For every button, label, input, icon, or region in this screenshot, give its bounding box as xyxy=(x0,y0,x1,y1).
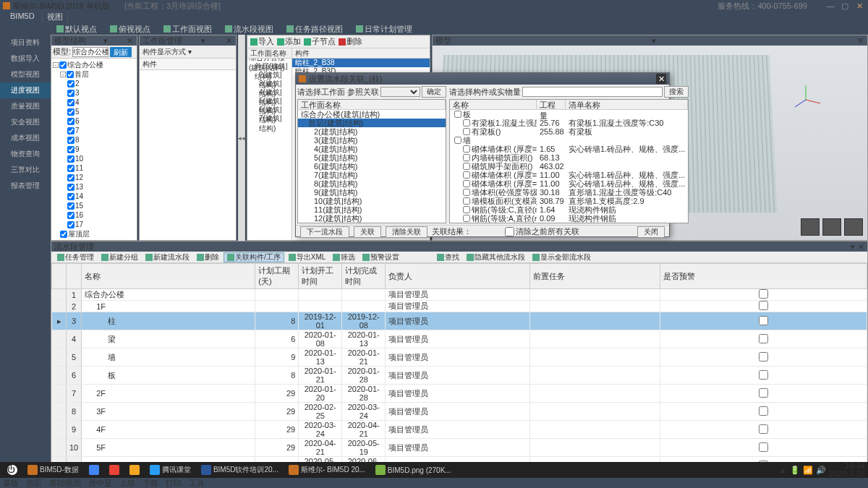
flowseg-tb-4[interactable]: 关联构件/工序 xyxy=(224,252,284,262)
warning-checkbox[interactable] xyxy=(759,388,768,398)
grid-col-1[interactable] xyxy=(67,264,82,289)
minimize-button[interactable]: — xyxy=(825,1,836,11)
warning-checkbox[interactable] xyxy=(759,316,768,325)
splitter-arrow[interactable]: ◂◂ xyxy=(238,35,245,241)
panel-close-icon[interactable]: ✕ xyxy=(856,36,864,46)
warning-checkbox[interactable] xyxy=(759,301,768,310)
flowseg-tb-5[interactable]: 导出XML xyxy=(286,252,329,262)
topnav-tab-3[interactable]: 流水段视图 xyxy=(219,23,279,35)
warning-checkbox[interactable] xyxy=(759,424,768,434)
flowseg-tb-9[interactable]: 查找 xyxy=(434,252,462,262)
flowseg-tb-3[interactable]: 删除 xyxy=(194,252,222,262)
topnav-tab-2[interactable]: 工作面视图 xyxy=(158,23,218,35)
taskbar-item[interactable]: BIM5D-数据 xyxy=(23,463,83,476)
close-dialog-button[interactable]: 关闭 xyxy=(637,226,665,238)
tree-node[interactable]: 6 xyxy=(53,116,135,126)
clear-all-checkbox[interactable]: 清除之前所有关联 xyxy=(505,226,579,237)
sidebar-item-1[interactable]: 数据导入 xyxy=(0,51,51,67)
tree-node[interactable]: 3 xyxy=(53,88,135,98)
panel-pin-icon[interactable]: ▾ xyxy=(199,36,208,46)
sidebar-item-9[interactable]: 报表管理 xyxy=(0,178,51,194)
flowseg-tb-0[interactable]: 任务管理 xyxy=(54,252,97,262)
taskbar-item[interactable]: BIM5D.png (270K... xyxy=(371,463,456,476)
taskbar-item[interactable] xyxy=(105,463,124,476)
tree-node[interactable]: 屋顶层 xyxy=(53,229,135,239)
refresh-button[interactable]: 刷新 xyxy=(110,47,132,57)
status-item[interactable]: 基板 xyxy=(3,478,19,489)
panel-pin-icon[interactable]: ▾ xyxy=(101,36,110,46)
sidebar-item-5[interactable]: 安全视图 xyxy=(0,114,51,130)
status-item[interactable]: 下移 xyxy=(142,478,158,489)
panel-close-icon[interactable]: ✕ xyxy=(125,36,134,46)
relate-button[interactable]: 关联 xyxy=(354,226,381,238)
workface-item[interactable]: 7(建筑|结构) xyxy=(247,119,292,128)
dialog-qty-item[interactable]: 钢筋(等级:A,直径(mm):...0.09现浇构件钢筋 xyxy=(450,214,688,223)
model-select[interactable] xyxy=(72,47,109,57)
status-item[interactable]: 居中显 xyxy=(88,478,112,489)
power-button[interactable]: ⏻ xyxy=(3,463,22,476)
clear-relation-button[interactable]: 清除关联 xyxy=(386,226,427,238)
grid-col-0[interactable] xyxy=(52,264,67,289)
dialog-quantity-list[interactable]: 名称 工程量 清单名称 板有梁板1.混凝土强度等...25.76有梁板1.混凝土… xyxy=(449,99,689,223)
tree-node[interactable]: 5 xyxy=(53,107,135,116)
taskbar-item[interactable] xyxy=(85,463,103,476)
next-flowseg-button[interactable]: 下一流水段 xyxy=(300,226,349,238)
panel-pin-icon[interactable]: ▾ xyxy=(650,36,658,46)
taskbar-item[interactable]: 腾讯课堂 xyxy=(145,463,195,476)
tree-node[interactable]: 7 xyxy=(53,126,135,135)
display-mode-dropdown[interactable]: 构件显示方式 ▾ xyxy=(140,46,236,59)
flowseg-tb-1[interactable]: 新建分组 xyxy=(98,252,141,262)
system-tray[interactable]: ▲🔋📶🔊 16:34 2020-3-25 xyxy=(779,462,865,478)
tree-node[interactable]: 17 xyxy=(53,220,135,229)
tree-node[interactable]: 11 xyxy=(53,163,135,173)
maximize-button[interactable]: ▢ xyxy=(839,1,851,11)
sidebar-item-6[interactable]: 成本视图 xyxy=(0,130,51,146)
tree-node[interactable]: -首层 xyxy=(53,69,135,79)
grid-col-2[interactable]: 名称 xyxy=(82,264,255,289)
axis-gizmo[interactable] xyxy=(788,82,824,118)
topnav-tab-1[interactable]: 俯视视点 xyxy=(104,23,156,35)
grid-row[interactable]: 4梁62020-01-082020-01-13项目管理员 xyxy=(52,330,867,348)
flowseg-grid[interactable]: 名称计划工期(天)计划开工时间计划完成时间负责人前置任务是否预警1综合办公楼项目… xyxy=(51,263,867,488)
menu-view[interactable]: 视图 xyxy=(42,12,68,23)
tree-node[interactable]: 14 xyxy=(53,192,135,201)
grid-row[interactable]: 72F292020-01-202020-01-28项目管理员 xyxy=(52,385,867,403)
sidebar-item-2[interactable]: 模型视图 xyxy=(0,67,51,82)
task-tb-1[interactable]: 添加 xyxy=(277,36,301,47)
grid-col-5[interactable]: 计划完成时间 xyxy=(342,264,386,289)
task-tb-3[interactable]: 删除 xyxy=(339,36,362,47)
grid-col-7[interactable]: 前置任务 xyxy=(530,264,660,289)
sidebar-item-3[interactable]: 进度视图 xyxy=(0,82,51,98)
tree-node[interactable]: 8 xyxy=(53,135,135,145)
warning-checkbox[interactable] xyxy=(759,406,768,416)
flowseg-tb-6[interactable]: 筛选 xyxy=(330,252,358,262)
task-tb-0[interactable]: 导入 xyxy=(250,36,274,47)
warning-checkbox[interactable] xyxy=(759,370,768,380)
flowseg-tb-11[interactable]: 显示全部流水段 xyxy=(529,252,594,262)
sidebar-item-0[interactable]: 项目资料 xyxy=(0,35,51,51)
status-item[interactable]: 上移 xyxy=(119,478,135,489)
tree-node[interactable]: 12 xyxy=(53,173,135,182)
reference-select[interactable] xyxy=(380,87,420,97)
grid-col-8[interactable]: 是否预警 xyxy=(660,264,867,289)
grid-row[interactable]: 94F292020-03-242020-04-21项目管理员 xyxy=(52,421,867,439)
grid-col-4[interactable]: 计划开工时间 xyxy=(299,264,342,289)
grid-row[interactable]: ▸3柱82019-12-012019-12-08项目管理员 xyxy=(52,312,867,330)
status-item[interactable]: 工具 xyxy=(189,478,205,489)
flowseg-tb-10[interactable]: 隐藏其他流水段 xyxy=(464,252,528,262)
grid-row[interactable]: 6板82020-01-212020-01-28项目管理员 xyxy=(52,367,867,385)
sidebar-item-8[interactable]: 三算对比 xyxy=(0,162,51,178)
tree-node[interactable]: 2 xyxy=(53,79,135,88)
search-button[interactable]: 搜索 xyxy=(664,86,689,98)
grid-col-6[interactable]: 负责人 xyxy=(386,264,530,289)
workface-list[interactable]: 综合办公楼(建筑|结构)首层(建筑|结构)2(建筑|结构)3(建筑|结构)4(建… xyxy=(247,59,292,240)
tree-node[interactable]: 9 xyxy=(53,145,135,154)
taskbar-item[interactable] xyxy=(125,463,144,476)
status-item[interactable]: 打印 xyxy=(166,478,182,489)
dialog-header[interactable]: 设置流水段关联_(柱) ✕ xyxy=(296,73,669,85)
topnav-tab-0[interactable]: 默认视点 xyxy=(51,23,103,35)
grid-col-3[interactable]: 计划工期(天) xyxy=(255,264,299,289)
sidebar-item-4[interactable]: 质量视图 xyxy=(0,98,51,114)
flowseg-tb-7[interactable]: 预警设置 xyxy=(359,252,402,262)
grid-row[interactable]: 5墙92020-01-132020-01-21项目管理员 xyxy=(52,348,867,367)
